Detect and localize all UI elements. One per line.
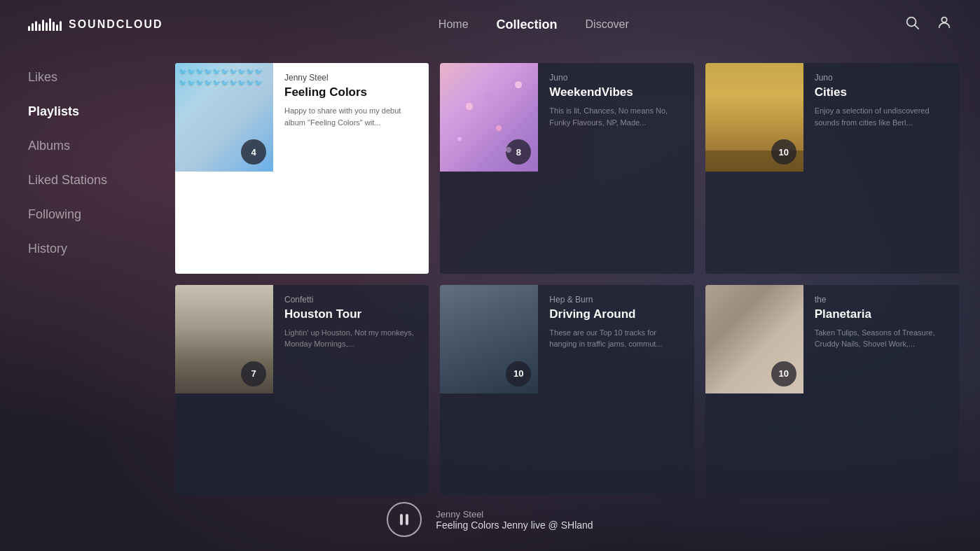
card-artist: the (815, 295, 949, 305)
pause-icon (400, 514, 408, 525)
playlist-thumb: 7 (175, 285, 273, 393)
card-artist: Hep & Burn (549, 295, 684, 305)
card-desc: These are our Top 10 tracks for hanging … (549, 327, 684, 350)
card-text-area: Juno WeekendVibes This is lit, Chances, … (538, 63, 693, 274)
card-title: Cities (815, 85, 949, 99)
card-artist: Confetti (284, 295, 419, 305)
sidebar-item-liked-stations[interactable]: Liked Stations (28, 173, 168, 188)
card-text-area: Jenny Steel Feeling Colors Happy to shar… (273, 63, 429, 274)
playlist-thumb: 10 (705, 285, 803, 393)
track-count-badge: 10 (771, 139, 796, 165)
sidebar-item-playlists[interactable]: Playlists (28, 104, 168, 119)
card-text-area: Confetti Houston Tour Lightin' up Housto… (273, 285, 429, 496)
playlist-card-weekendvibes[interactable]: 8 Juno WeekendVibes This is lit, Chances… (440, 63, 693, 274)
svg-point-2 (941, 18, 946, 22)
sidebar: Likes Playlists Albums Liked Stations Fo… (0, 49, 168, 495)
track-count-badge: 4 (241, 139, 266, 165)
player-bar: Jenny Steel Feeling Colors Jenny live @ … (0, 495, 980, 551)
nav-discover[interactable]: Discover (586, 18, 629, 31)
playlist-grid: 4 Jenny Steel Feeling Colors Happy to sh… (168, 49, 980, 495)
card-desc: Lightin' up Houston, Not my monkeys, Mon… (284, 327, 419, 350)
track-count-badge: 7 (241, 361, 266, 386)
playlist-card-houston-tour[interactable]: 7 Confetti Houston Tour Lightin' up Hous… (175, 285, 429, 496)
main-nav: Home Collection Discover (439, 18, 629, 32)
sidebar-item-history[interactable]: History (28, 242, 168, 256)
svg-line-1 (915, 25, 918, 29)
playlist-thumb: 4 (175, 63, 273, 172)
card-artist: Juno (815, 73, 949, 83)
playlist-card-planetaria[interactable]: 10 the Planetaria Taken Tulips, Seasons … (705, 285, 959, 496)
playlist-card-feeling-colors[interactable]: 4 Jenny Steel Feeling Colors Happy to sh… (175, 63, 429, 274)
player-track: Feeling Colors Jenny live @ SHland (436, 519, 593, 531)
sidebar-item-following[interactable]: Following (28, 207, 168, 222)
card-artist: Juno (549, 73, 684, 83)
playlist-thumb: 10 (705, 63, 803, 172)
card-desc: Enjoy a selection of undiscovered sounds… (815, 105, 949, 128)
card-artist: Jenny Steel (284, 73, 419, 83)
playlist-card-driving-around[interactable]: 10 Hep & Burn Driving Around These are o… (440, 285, 693, 496)
card-desc: Happy to share with you my debut album "… (284, 105, 419, 128)
card-title: Driving Around (549, 307, 684, 321)
main-content: Likes Playlists Albums Liked Stations Fo… (0, 49, 980, 495)
card-desc: Taken Tulips, Seasons of Treasure, Crudd… (815, 327, 949, 350)
logo-icon (28, 18, 62, 31)
logo-text: SOUNDCLOUD (69, 18, 163, 31)
track-count-badge: 10 (771, 361, 796, 386)
track-count-badge: 8 (506, 139, 531, 165)
card-text-area: Juno Cities Enjoy a selection of undisco… (803, 63, 959, 274)
header-actions (904, 15, 952, 34)
pause-button[interactable] (387, 502, 422, 537)
sidebar-item-likes[interactable]: Likes (28, 70, 168, 85)
track-count-badge: 10 (506, 361, 531, 386)
nav-home[interactable]: Home (439, 18, 469, 31)
card-title: Feeling Colors (284, 85, 419, 99)
sidebar-item-albums[interactable]: Albums (28, 139, 168, 153)
playlist-thumb: 10 (440, 285, 538, 393)
search-icon[interactable] (904, 15, 920, 34)
card-title: Planetaria (815, 307, 949, 321)
playlist-card-cities[interactable]: 10 Juno Cities Enjoy a selection of undi… (705, 63, 959, 274)
card-text-area: the Planetaria Taken Tulips, Seasons of … (803, 285, 959, 496)
card-text-area: Hep & Burn Driving Around These are our … (538, 285, 693, 496)
player-info: Jenny Steel Feeling Colors Jenny live @ … (436, 509, 593, 531)
profile-icon[interactable] (937, 15, 952, 34)
player-artist: Jenny Steel (436, 509, 593, 519)
app-content: SOUNDCLOUD Home Collection Discover (0, 0, 980, 551)
card-title: WeekendVibes (549, 85, 684, 99)
nav-collection[interactable]: Collection (497, 18, 558, 32)
card-title: Houston Tour (284, 307, 419, 321)
header: SOUNDCLOUD Home Collection Discover (0, 0, 980, 49)
logo[interactable]: SOUNDCLOUD (28, 18, 163, 31)
playlist-thumb: 8 (440, 63, 538, 172)
card-desc: This is lit, Chances, No means No, Funky… (549, 105, 684, 128)
